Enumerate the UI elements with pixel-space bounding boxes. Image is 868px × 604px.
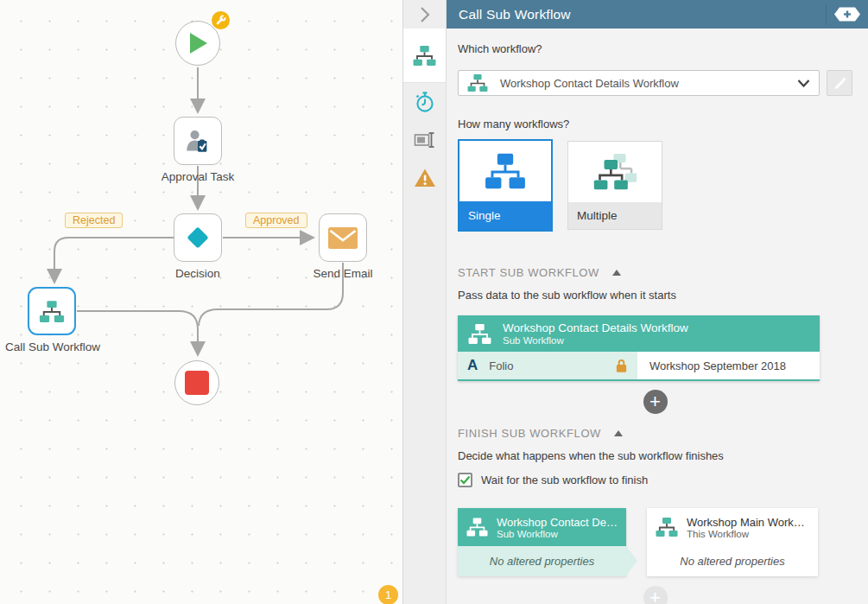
wrench-icon xyxy=(215,15,226,26)
approval-task-label: Approval Task xyxy=(146,170,250,183)
finish-card-title: Workshop Main Workflow xyxy=(687,516,808,529)
chevron-right-icon xyxy=(420,6,430,23)
chevron-down-icon xyxy=(797,79,810,87)
how-many-label: How many workflows? xyxy=(458,118,852,130)
start-mapping-card: Workshop Contact Details Workflow Sub Wo… xyxy=(458,315,820,381)
warning-icon xyxy=(414,168,436,188)
start-sub-workflow-section: START SUB WORKFLOW xyxy=(458,266,852,279)
tab-rename[interactable] xyxy=(403,121,446,159)
text-type-icon: A xyxy=(467,357,478,374)
start-node[interactable] xyxy=(175,21,220,66)
send-email-label: Send Email xyxy=(291,267,395,280)
workflow-designer: Approval Task Decision Rejected Approved… xyxy=(0,0,868,604)
decision-node[interactable] xyxy=(174,213,222,262)
play-icon xyxy=(187,32,209,54)
finish-card-subtitle: Sub Workflow xyxy=(497,529,618,539)
approval-task-icon xyxy=(185,129,211,153)
finish-card-body: No altered properties xyxy=(647,546,818,576)
add-variable-button[interactable] xyxy=(827,7,868,22)
option-multiple[interactable]: Multiple xyxy=(567,141,662,230)
collapse-panel-button[interactable] xyxy=(403,0,446,29)
start-sub-description: Pass data to the sub workflow when it st… xyxy=(458,289,852,302)
finish-card-title: Workshop Contact Deta... xyxy=(497,516,618,529)
add-finish-mapping-button[interactable]: + xyxy=(643,586,668,604)
panel-content: Which workflow? Workshop Contact Details… xyxy=(447,29,868,604)
collapse-start-section-icon[interactable] xyxy=(612,270,621,276)
decision-icon xyxy=(182,222,213,253)
tab-timing[interactable] xyxy=(403,83,446,121)
sub-workflow-icon xyxy=(656,517,678,537)
email-icon xyxy=(328,227,358,249)
collapse-finish-section-icon[interactable] xyxy=(614,430,623,436)
finish-sub-workflow-section: FINISH SUB WORKFLOW xyxy=(458,427,852,440)
parameter-name: Folio xyxy=(489,359,513,372)
tab-sub-workflow-settings[interactable] xyxy=(403,29,446,83)
single-workflow-icon xyxy=(485,152,526,190)
sub-workflow-icon xyxy=(468,323,491,345)
parameter-cell: A Folio xyxy=(458,352,637,379)
call-sub-workflow-label: Call Sub Workflow xyxy=(0,340,109,353)
edit-workflow-button[interactable] xyxy=(827,70,852,96)
finish-sub-heading: FINISH SUB WORKFLOW xyxy=(458,427,601,440)
approval-task-node[interactable] xyxy=(174,117,222,165)
mapping-card-header: Workshop Contact Details Workflow Sub Wo… xyxy=(458,315,820,352)
finish-card-this-workflow[interactable]: Workshop Main Workflow This Workflow No … xyxy=(647,508,818,576)
lock-icon xyxy=(615,359,628,373)
configure-start-badge[interactable] xyxy=(212,11,230,29)
panel-tab-strip xyxy=(403,0,447,604)
workflow-select[interactable]: Workshop Contact Details Workflow xyxy=(458,70,820,96)
properties-panel: Call Sub Workflow Which workflow? xyxy=(402,0,868,604)
add-tag-icon xyxy=(834,7,860,22)
parameter-row[interactable]: A Folio Workshop September 2018 xyxy=(458,352,820,381)
call-sub-workflow-node[interactable] xyxy=(28,287,76,335)
finish-card-sub-workflow[interactable]: Workshop Contact Deta... Sub Workflow No… xyxy=(458,508,626,576)
wait-checkbox-label: Wait for the sub workflow to finish xyxy=(481,474,648,486)
start-sub-heading: START SUB WORKFLOW xyxy=(458,266,599,279)
pencil-icon xyxy=(833,77,846,90)
option-multiple-label: Multiple xyxy=(568,202,662,229)
option-single[interactable]: Single xyxy=(458,139,553,232)
panel-header: Call Sub Workflow xyxy=(447,0,868,29)
panel-body: Call Sub Workflow Which workflow? xyxy=(447,0,868,604)
tab-warnings[interactable] xyxy=(403,159,446,197)
rename-icon xyxy=(414,130,436,150)
add-parameter-button[interactable]: + xyxy=(643,390,668,414)
finish-card-subtitle: This Workflow xyxy=(687,529,808,539)
sub-workflow-icon xyxy=(466,517,488,537)
stop-icon xyxy=(184,370,210,396)
multiple-workflows-icon xyxy=(593,152,637,192)
sub-workflow-icon xyxy=(39,300,65,323)
approved-branch-label: Approved xyxy=(245,213,307,228)
finish-sub-description: Decide what happens when the sub workflo… xyxy=(458,449,852,462)
stopwatch-icon xyxy=(413,90,436,114)
parameter-value[interactable]: Workshop September 2018 xyxy=(637,352,820,379)
notification-count-badge[interactable]: 1 xyxy=(378,585,398,604)
panel-title: Call Sub Workflow xyxy=(459,7,571,22)
decision-label: Decision xyxy=(146,267,250,280)
check-icon xyxy=(459,475,471,485)
send-email-node[interactable] xyxy=(319,213,367,262)
workflow-select-value: Workshop Contact Details Workflow xyxy=(500,77,679,90)
end-node[interactable] xyxy=(174,360,219,405)
sub-workflow-icon xyxy=(467,73,488,92)
finish-card-body: No altered properties xyxy=(458,546,626,576)
workflow-canvas[interactable]: Approval Task Decision Rejected Approved… xyxy=(0,0,402,604)
mapping-card-title: Workshop Contact Details Workflow xyxy=(503,321,688,336)
option-single-label: Single xyxy=(459,201,551,230)
wait-checkbox[interactable] xyxy=(458,473,472,487)
which-workflow-label: Which workflow? xyxy=(458,42,852,55)
mapping-card-subtitle: Sub Workflow xyxy=(503,335,688,346)
rejected-branch-label: Rejected xyxy=(65,213,123,228)
sub-workflow-tab-icon xyxy=(413,45,436,67)
